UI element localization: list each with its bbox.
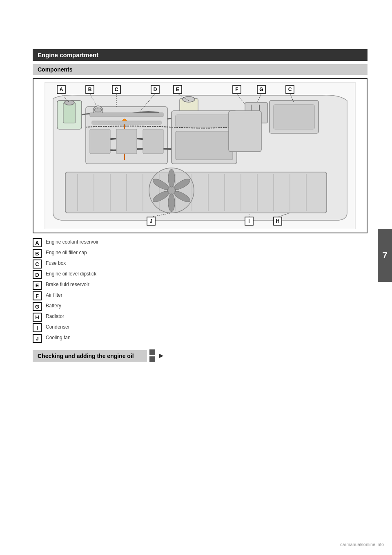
page-container: 7 Engine compartment Components A B — [0, 0, 392, 555]
component-item-i: I Condenser — [33, 323, 368, 332]
svg-rect-38 — [176, 115, 233, 127]
svg-rect-34 — [90, 129, 110, 154]
component-item-b: B Engine oil filler cap — [33, 249, 368, 258]
section-title: Engine compartment — [38, 51, 98, 58]
chapter-number: 7 — [382, 250, 387, 261]
svg-point-31 — [183, 96, 195, 102]
svg-text:G: G — [259, 87, 263, 92]
component-item-j: J Cooling fan — [33, 334, 368, 343]
svg-point-62 — [168, 194, 175, 212]
sub-header: Components — [33, 64, 368, 75]
engine-svg: A B C D E F G — [37, 82, 363, 229]
component-list: A Engine coolant reservoir B Engine oil … — [33, 238, 368, 343]
desc-h: Radiator — [46, 313, 368, 319]
svg-rect-33 — [92, 121, 161, 124]
footer-logo: carmanualsonline.info — [340, 542, 384, 547]
desc-e: Brake fluid reservoir — [46, 281, 368, 287]
letter-f: F — [33, 291, 42, 300]
svg-point-59 — [168, 169, 175, 187]
svg-rect-36 — [143, 129, 163, 154]
desc-c: Fuse box — [46, 260, 368, 266]
letter-g: G — [33, 302, 42, 311]
checking-header: Checking and adding the engine oil — [33, 350, 147, 362]
svg-text:A: A — [60, 87, 63, 92]
letter-d: D — [33, 270, 42, 279]
svg-rect-24 — [63, 103, 76, 123]
desc-i: Condenser — [46, 323, 368, 330]
component-item-c: C Fuse box — [33, 260, 368, 269]
desc-a: Engine coolant reservoir — [46, 238, 368, 245]
deco-square-1 — [149, 349, 155, 355]
desc-b: Engine oil filler cap — [46, 249, 368, 255]
checking-section: Checking and adding the engine oil ► — [33, 349, 368, 362]
deco-squares — [149, 349, 155, 362]
component-item-d: D Engine oil level dipstick — [33, 270, 368, 279]
letter-e: E — [33, 281, 42, 290]
deco-square-2 — [149, 356, 155, 362]
letter-i: I — [33, 323, 42, 332]
component-item-h: H Radiator — [33, 313, 368, 322]
desc-j: Cooling fan — [46, 334, 368, 340]
section-header: Engine compartment — [33, 49, 368, 61]
svg-rect-19 — [274, 105, 314, 129]
engine-diagram: A B C D E F G — [33, 78, 368, 233]
checking-header-row: Checking and adding the engine oil ► — [33, 349, 368, 362]
component-item-f: F Air filter — [33, 291, 368, 300]
letter-b: B — [33, 249, 42, 258]
svg-text:I: I — [248, 218, 249, 224]
main-content: Engine compartment Components A B C — [33, 49, 368, 362]
component-item-e: E Brake fluid reservoir — [33, 281, 368, 290]
checking-title: Checking and adding the engine oil — [38, 353, 134, 359]
svg-text:C: C — [115, 87, 118, 92]
arrow-indicator: ► — [158, 351, 165, 360]
svg-rect-39 — [176, 131, 233, 160]
svg-text:J: J — [150, 218, 153, 224]
svg-rect-35 — [116, 129, 137, 154]
desc-g: Battery — [46, 302, 368, 309]
footer-text: carmanualsonline.info — [340, 542, 384, 547]
svg-text:E: E — [176, 87, 179, 92]
subsection-title: Components — [38, 66, 73, 73]
desc-f: Air filter — [46, 291, 368, 298]
letter-c: C — [33, 260, 42, 269]
letter-h: H — [33, 313, 42, 322]
component-item-a: A Engine coolant reservoir — [33, 238, 368, 247]
svg-rect-40 — [229, 111, 261, 152]
component-item-g: G Battery — [33, 302, 368, 311]
svg-text:D: D — [154, 87, 157, 92]
letter-j: J — [33, 334, 42, 343]
svg-rect-32 — [90, 113, 163, 117]
svg-text:H: H — [276, 218, 280, 224]
desc-d: Engine oil level dipstick — [46, 270, 368, 277]
svg-text:C: C — [288, 87, 292, 92]
chapter-tab: 7 — [378, 229, 392, 282]
svg-text:B: B — [88, 87, 92, 92]
svg-text:F: F — [235, 87, 238, 92]
letter-a: A — [33, 238, 42, 247]
svg-rect-41 — [65, 172, 327, 213]
